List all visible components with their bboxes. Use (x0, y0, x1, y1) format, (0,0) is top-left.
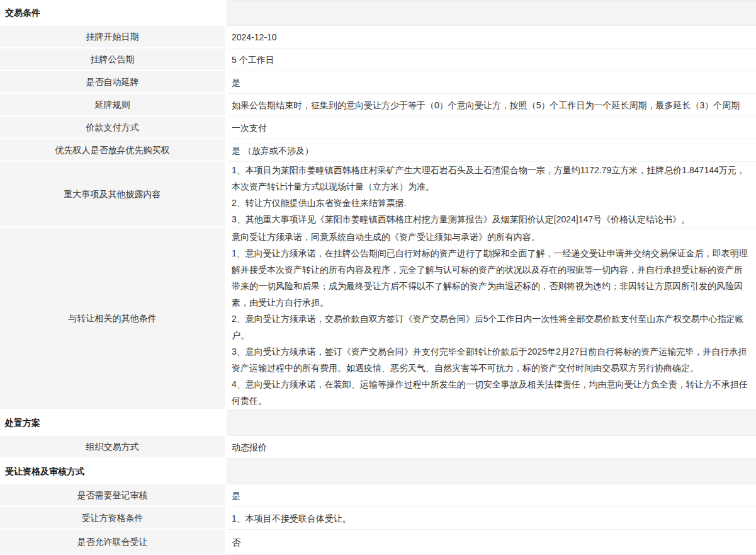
value-paragraph: 2、意向受让方须承诺，交易价款自双方签订《资产交易合同》后5个工作日内一次性将全… (232, 311, 748, 343)
field-label: 受让方资格条件 (0, 507, 225, 530)
value-paragraph: 意向受让方须承诺，同意系统自动生成的《资产受让须知与承诺》的所有内容。 (232, 229, 748, 245)
field-label: 是否需要登记审核 (0, 484, 225, 507)
field-row-extension-rule: 延牌规则 如果公告期结束时，征集到的意向受让方少于等于（0）个意向受让方，按照（… (0, 94, 756, 117)
asset-listing-detail-table: 交易条件 挂牌开始日期 2024-12-10 挂牌公告期 5 个工作日 是否自动… (0, 0, 756, 555)
field-label: 价款支付方式 (0, 117, 225, 139)
section-title: 处置方案 (0, 410, 227, 436)
field-value: 否 (227, 530, 756, 555)
value-text: 2024-12-10 (232, 29, 748, 45)
section-title: 受让资格及审核方式 (0, 459, 227, 484)
field-row-transferee-qualification-conditions: 受让方资格条件 1、本项目不接受联合体受让。 (0, 507, 756, 530)
section-header-fill (227, 410, 756, 436)
field-label: 延牌规则 (0, 94, 225, 117)
field-value: 一次支付 (227, 117, 756, 139)
value-paragraph: 3、意向受让方须承诺，签订《资产交易合同》并支付完毕全部转让价款后于2025年2… (232, 343, 748, 376)
field-label: 组织交易方式 (0, 436, 225, 459)
value-paragraph: 4、意向受让方须承诺，在装卸、运输等操作过程中所发生的一切安全事故及相关法律责任… (232, 376, 748, 409)
field-label: 挂牌公告期 (0, 49, 225, 71)
value-text: 一次支付 (232, 120, 748, 136)
field-row-payment-method: 价款支付方式 一次支付 (0, 117, 756, 139)
value-paragraph: 3、其他重大事项详见《莱阳市姜疃镇西韩格庄村挖方量测算报告》及烟莱阳价认定[20… (232, 211, 748, 227)
field-value: 1、本项目不接受联合体受让。 (227, 507, 756, 530)
section-header-transferee-qualification: 受让资格及审核方式 (0, 459, 756, 484)
value-text: 1、本项目不接受联合体受让。 (232, 510, 748, 527)
section-header-trade-conditions: 交易条件 (0, 0, 756, 26)
section-title: 交易条件 (0, 0, 227, 26)
value-text: 是 (232, 74, 748, 91)
field-value: 是 （放弃或不涉及） (227, 139, 756, 162)
field-row-auto-extension: 是否自动延牌 是 (0, 71, 756, 94)
field-row-listing-start-date: 挂牌开始日期 2024-12-10 (0, 26, 756, 49)
value-paragraph: 2、转让方仅能提供山东省资金往来结算票据. (232, 195, 748, 211)
value-text: 否 (232, 534, 748, 551)
value-text: 动态报价 (232, 439, 748, 455)
field-value: 1、本项目为莱阳市姜疃镇西韩格庄村采矿产生大理石岩石头及土石渣混合物一宗，方量约… (227, 162, 756, 227)
field-row-registration-review-required: 是否需要登记审核 是 (0, 484, 756, 507)
field-value: 5 个工作日 (227, 49, 756, 71)
field-row-joint-transfer-allowed: 是否允许联合受让 否 (0, 530, 756, 555)
field-value: 2024-12-10 (227, 26, 756, 49)
field-label: 是否允许联合受让 (0, 530, 225, 555)
field-label: 是否自动延牌 (0, 71, 225, 94)
section-header-fill (227, 459, 756, 484)
field-row-announcement-period: 挂牌公告期 5 个工作日 (0, 49, 756, 71)
field-label: 挂牌开始日期 (0, 26, 225, 49)
field-row-other-transfer-conditions: 与转让相关的其他条件 意向受让方须承诺，同意系统自动生成的《资产受让须知与承诺》… (0, 227, 756, 410)
section-header-disposal-plan: 处置方案 (0, 410, 756, 436)
field-value: 是 (227, 71, 756, 94)
value-paragraph: 1、本项目为莱阳市姜疃镇西韩格庄村采矿产生大理石岩石头及土石渣混合物一宗，方量约… (232, 162, 748, 195)
field-label: 优先权人是否放弃优先购买权 (0, 139, 225, 162)
field-label: 与转让相关的其他条件 (0, 227, 225, 410)
value-text: 如果公告期结束时，征集到的意向受让方少于等于（0）个意向受让方，按照（5）个工作… (232, 97, 748, 113)
value-text: 是 （放弃或不涉及） (232, 142, 748, 159)
field-row-major-matters-disclosure: 重大事项及其他披露内容 1、本项目为莱阳市姜疃镇西韩格庄村采矿产生大理石岩石头及… (0, 162, 756, 227)
field-value: 如果公告期结束时，征集到的意向受让方少于等于（0）个意向受让方，按照（5）个工作… (227, 94, 756, 117)
field-value: 动态报价 (227, 436, 756, 459)
field-value: 意向受让方须承诺，同意系统自动生成的《资产受让须知与承诺》的所有内容。 1、意向… (227, 227, 756, 410)
value-paragraph: 1、意向受让方须承诺，在挂牌公告期间已自行对标的资产进行了勘探和全面了解，一经递… (232, 245, 748, 311)
section-header-fill (227, 0, 756, 26)
value-text: 5 个工作日 (232, 52, 748, 68)
field-row-transaction-organization-method: 组织交易方式 动态报价 (0, 436, 756, 459)
field-label: 重大事项及其他披露内容 (0, 162, 225, 227)
field-value: 是 (227, 484, 756, 507)
value-text: 是 (232, 488, 748, 504)
field-row-priority-right-waiver: 优先权人是否放弃优先购买权 是 （放弃或不涉及） (0, 139, 756, 162)
